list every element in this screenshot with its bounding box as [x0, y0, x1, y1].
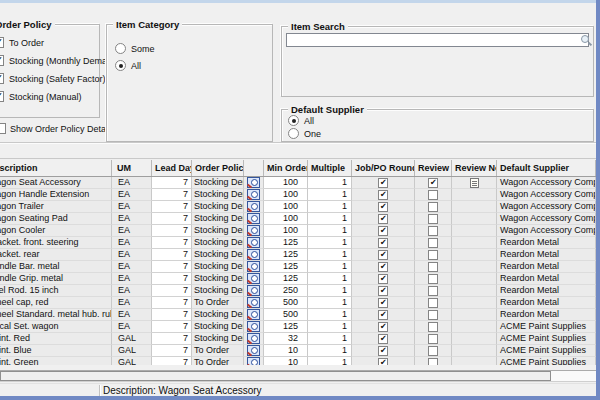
cell-lookup[interactable] — [244, 261, 264, 273]
lookup-icon[interactable] — [247, 273, 260, 284]
cell-review[interactable] — [415, 249, 452, 261]
jobpo_rounding-checkbox[interactable] — [378, 346, 388, 356]
col-header-lead_days[interactable]: Lead Days — [152, 160, 192, 176]
cell-lookup[interactable] — [244, 225, 264, 237]
col-header-jobpo_rounding[interactable]: Job/PO Rounding — [352, 160, 415, 176]
lookup-icon[interactable] — [247, 225, 260, 236]
cell-jobpo_rounding[interactable] — [352, 237, 415, 249]
cell-min_order[interactable]: 100 — [264, 189, 308, 201]
cell-multiple[interactable]: 1 — [308, 201, 352, 213]
cell-jobpo_rounding[interactable] — [352, 189, 415, 201]
cell-lead_days[interactable]: 7 — [152, 309, 192, 321]
cell-jobpo_rounding[interactable] — [352, 333, 415, 345]
review-checkbox[interactable] — [428, 190, 438, 200]
cell-min_order[interactable]: 125 — [264, 261, 308, 273]
show-detail-checkbox-icon[interactable] — [0, 123, 6, 134]
cell-multiple[interactable]: 1 — [308, 189, 352, 201]
jobpo_rounding-checkbox[interactable] — [378, 262, 388, 272]
review-checkbox[interactable] — [428, 298, 438, 308]
cell-lookup[interactable] — [244, 213, 264, 225]
jobpo_rounding-checkbox[interactable] — [378, 238, 388, 248]
cell-min_order[interactable]: 100 — [264, 201, 308, 213]
jobpo_rounding-checkbox[interactable] — [378, 214, 388, 224]
jobpo_rounding-checkbox[interactable] — [378, 322, 388, 332]
stocking-monthly-demand-option[interactable]: Stocking (Monthly Demand) — [0, 55, 120, 67]
cell-review[interactable] — [415, 189, 452, 201]
review-note-icon[interactable] — [470, 178, 479, 188]
cell-jobpo_rounding[interactable] — [352, 213, 415, 225]
stocking-manual-option[interactable]: Stocking (Manual) — [0, 91, 82, 103]
cell-jobpo_rounding[interactable] — [352, 357, 415, 365]
table-row[interactable]: Handle Bar. metalEA7Stocking Demand1251R… — [0, 261, 596, 273]
cell-jobpo_rounding[interactable] — [352, 309, 415, 321]
review-checkbox[interactable] — [428, 286, 438, 296]
cell-jobpo_rounding[interactable] — [352, 225, 415, 237]
review-checkbox[interactable] — [428, 334, 438, 344]
cell-review[interactable] — [415, 333, 452, 345]
review-checkbox[interactable] — [428, 346, 438, 356]
lookup-icon[interactable] — [247, 213, 260, 224]
cell-lead_days[interactable]: 7 — [152, 177, 192, 189]
cell-min_order[interactable]: 125 — [264, 249, 308, 261]
cell-lead_days[interactable]: 7 — [152, 189, 192, 201]
cell-multiple[interactable]: 1 — [308, 213, 352, 225]
item-search-input[interactable] — [286, 33, 589, 47]
radio-icon[interactable] — [288, 115, 299, 126]
cell-lookup[interactable] — [244, 273, 264, 285]
table-row[interactable]: Wagon TrailerEA7Stocking Demand1001Wagon… — [0, 201, 596, 213]
cell-lookup[interactable] — [244, 249, 264, 261]
lookup-icon[interactable] — [247, 345, 260, 356]
cell-lead_days[interactable]: 7 — [152, 237, 192, 249]
cell-lead_days[interactable]: 7 — [152, 261, 192, 273]
col-header-um[interactable]: UM — [112, 160, 152, 176]
cell-min_order[interactable]: 100 — [264, 213, 308, 225]
lookup-icon[interactable] — [247, 357, 260, 365]
cell-jobpo_rounding[interactable] — [352, 285, 415, 297]
col-header-default_supplier[interactable]: Default Supplier — [497, 160, 596, 176]
cell-min_order[interactable]: 100 — [264, 177, 308, 189]
cell-review[interactable] — [415, 345, 452, 357]
cell-min_order[interactable]: 10 — [264, 345, 308, 357]
cell-review[interactable] — [415, 273, 452, 285]
radio-icon[interactable] — [115, 60, 126, 71]
cell-multiple[interactable]: 1 — [308, 345, 352, 357]
cell-review[interactable] — [415, 225, 452, 237]
cell-lead_days[interactable]: 7 — [152, 273, 192, 285]
table-row[interactable]: Paint. RedGAL7Stocking Demand321ACME Pai… — [0, 333, 596, 345]
lookup-icon[interactable] — [247, 249, 260, 260]
cell-jobpo_rounding[interactable] — [352, 297, 415, 309]
cell-lead_days[interactable]: 7 — [152, 345, 192, 357]
cell-lookup[interactable] — [244, 177, 264, 189]
cell-lookup[interactable] — [244, 345, 264, 357]
cell-review[interactable] — [415, 357, 452, 365]
col-header-order_policy[interactable]: Order Policy — [192, 160, 244, 176]
review-checkbox[interactable] — [428, 214, 438, 224]
review-checkbox[interactable] — [428, 322, 438, 332]
jobpo_rounding-checkbox[interactable] — [378, 250, 388, 260]
cell-review[interactable] — [415, 237, 452, 249]
jobpo_rounding-checkbox[interactable] — [378, 202, 388, 212]
table-row[interactable]: Paint. BlueGAL7To Order101ACME Paint Sup… — [0, 345, 596, 357]
col-header-review[interactable]: Review — [415, 160, 452, 176]
cell-review[interactable] — [415, 321, 452, 333]
all-option[interactable]: All — [115, 60, 141, 72]
col-header-review_note[interactable]: Review Note — [452, 160, 497, 176]
cell-jobpo_rounding[interactable] — [352, 261, 415, 273]
cell-multiple[interactable]: 1 — [308, 261, 352, 273]
jobpo_rounding-checkbox[interactable] — [378, 298, 388, 308]
cell-lookup[interactable] — [244, 201, 264, 213]
radio-icon[interactable] — [115, 43, 126, 54]
cell-min_order[interactable]: 125 — [264, 321, 308, 333]
cell-multiple[interactable]: 1 — [308, 321, 352, 333]
lookup-icon[interactable] — [247, 189, 260, 200]
cell-review[interactable] — [415, 297, 452, 309]
cell-lead_days[interactable]: 7 — [152, 297, 192, 309]
cell-multiple[interactable]: 1 — [308, 177, 352, 189]
table-row[interactable]: Wagon CoolerEA7Stocking Demand1001Wagon … — [0, 225, 596, 237]
jobpo_rounding-checkbox[interactable] — [378, 334, 388, 344]
table-row[interactable]: Paint. GreenGAL7To Order101ACME Paint Su… — [0, 357, 596, 365]
cell-review[interactable] — [415, 309, 452, 321]
col-header-description[interactable]: Description — [0, 160, 112, 176]
col-header-min_order[interactable]: Min Order — [264, 160, 308, 176]
search-icon[interactable] — [581, 35, 589, 43]
